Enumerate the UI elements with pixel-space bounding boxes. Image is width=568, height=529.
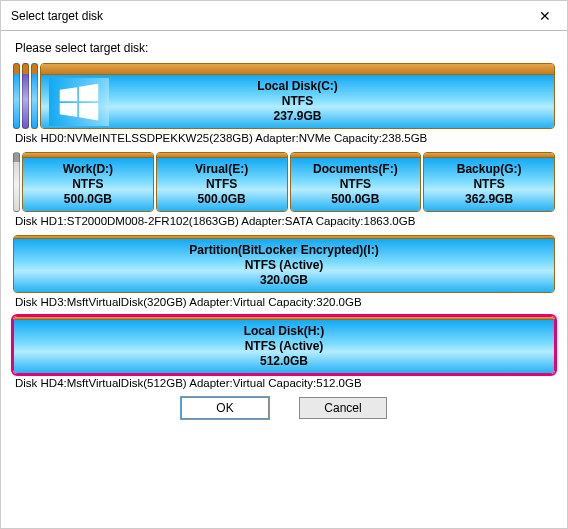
partition-label: Virual(E:)NTFS500.0GB (195, 162, 248, 207)
partition-size: 500.0GB (313, 192, 398, 207)
partition-label: Work(D:)NTFS500.0GB (63, 162, 113, 207)
partition-size: 320.0GB (189, 273, 378, 288)
partition-size: 512.0GB (244, 354, 325, 369)
dialog-content: Please select target disk: Local Disk(C:… (1, 31, 567, 427)
reserved-strips (13, 63, 38, 129)
partition-name: Virual(E:) (195, 162, 248, 177)
partition-name: Local Disk(C:) (257, 79, 338, 94)
cancel-button[interactable]: Cancel (299, 397, 387, 419)
prompt-text: Please select target disk: (15, 41, 555, 55)
partition-tile[interactable]: Partition(BitLocker Encrypted)(I:)NTFS (… (13, 235, 555, 293)
reserved-strips (13, 152, 20, 212)
disk-group: Partition(BitLocker Encrypted)(I:)NTFS (… (13, 235, 555, 308)
partition-fs: NTFS (195, 177, 248, 192)
svg-marker-3 (79, 102, 98, 120)
partition-fs: NTFS (Active) (244, 339, 325, 354)
partition-tile[interactable]: Work(D:)NTFS500.0GB (22, 152, 154, 212)
partition-row: Partition(BitLocker Encrypted)(I:)NTFS (… (13, 235, 555, 293)
disk-group: Local Disk(H:)NTFS (Active)512.0GBDisk H… (13, 316, 555, 389)
disk-caption: Disk HD4:MsftVirtualDisk(512GB) Adapter:… (15, 377, 555, 389)
disk-group: Work(D:)NTFS500.0GBVirual(E:)NTFS500.0GB… (13, 152, 555, 227)
partition-body: Virual(E:)NTFS500.0GB (157, 158, 287, 211)
partition-fs: NTFS (Active) (189, 258, 378, 273)
windows-logo-icon (49, 78, 109, 126)
svg-marker-1 (79, 83, 98, 101)
partition-body: Partition(BitLocker Encrypted)(I:)NTFS (… (14, 239, 554, 292)
partition-fs: NTFS (457, 177, 522, 192)
partition-label: Local Disk(H:)NTFS (Active)512.0GB (244, 324, 325, 369)
svg-marker-2 (60, 102, 78, 116)
partition-name: Work(D:) (63, 162, 113, 177)
partition-label: Documents(F:)NTFS500.0GB (313, 162, 398, 207)
partition-label: Partition(BitLocker Encrypted)(I:)NTFS (… (189, 243, 378, 288)
partition-label: Backup(G:)NTFS362.9GB (457, 162, 522, 207)
partition-size: 237.9GB (257, 109, 338, 124)
disk-group: Local Disk(C:)NTFS237.9GBDisk HD0:NVMeIN… (13, 63, 555, 144)
partition-tile[interactable]: Documents(F:)NTFS500.0GB (290, 152, 422, 212)
disk-caption: Disk HD0:NVMeINTELSSDPEKKW25(238GB) Adap… (15, 132, 555, 144)
partition-body: Local Disk(C:)NTFS237.9GB (41, 75, 554, 128)
reserved-partition-strip[interactable] (31, 63, 38, 129)
disk-caption: Disk HD3:MsftVirtualDisk(320GB) Adapter:… (15, 296, 555, 308)
partition-body: Work(D:)NTFS500.0GB (23, 158, 153, 211)
close-icon[interactable]: ✕ (531, 6, 559, 26)
partition-fs: NTFS (63, 177, 113, 192)
partition-name: Documents(F:) (313, 162, 398, 177)
button-row: OK Cancel (13, 397, 555, 419)
partition-fs: NTFS (313, 177, 398, 192)
ok-button[interactable]: OK (181, 397, 269, 419)
partition-label: Local Disk(C:)NTFS237.9GB (257, 79, 338, 124)
disk-caption: Disk HD1:ST2000DM008-2FR102(1863GB) Adap… (15, 215, 555, 227)
reserved-partition-strip[interactable] (13, 63, 20, 129)
partition-body: Local Disk(H:)NTFS (Active)512.0GB (14, 320, 554, 373)
partition-size: 362.9GB (457, 192, 522, 207)
partition-body: Backup(G:)NTFS362.9GB (424, 158, 554, 211)
window-title: Select target disk (11, 9, 103, 23)
partition-name: Local Disk(H:) (244, 324, 325, 339)
partition-row: Work(D:)NTFS500.0GBVirual(E:)NTFS500.0GB… (13, 152, 555, 212)
titlebar: Select target disk ✕ (1, 1, 567, 31)
svg-marker-0 (60, 87, 78, 101)
partition-tile[interactable]: Local Disk(H:)NTFS (Active)512.0GB (13, 316, 555, 374)
partition-name: Backup(G:) (457, 162, 522, 177)
partition-fs: NTFS (257, 94, 338, 109)
partition-tile[interactable]: Backup(G:)NTFS362.9GB (423, 152, 555, 212)
disk-list: Local Disk(C:)NTFS237.9GBDisk HD0:NVMeIN… (13, 63, 555, 389)
partition-row: Local Disk(C:)NTFS237.9GB (13, 63, 555, 129)
partition-body: Documents(F:)NTFS500.0GB (291, 158, 421, 211)
partition-row: Local Disk(H:)NTFS (Active)512.0GB (13, 316, 555, 374)
partition-tile[interactable]: Local Disk(C:)NTFS237.9GB (40, 63, 555, 129)
partition-size: 500.0GB (63, 192, 113, 207)
partition-tile[interactable]: Virual(E:)NTFS500.0GB (156, 152, 288, 212)
partition-header-bar (41, 64, 554, 75)
partition-name: Partition(BitLocker Encrypted)(I:) (189, 243, 378, 258)
reserved-partition-strip[interactable] (22, 63, 29, 129)
reserved-partition-strip[interactable] (13, 152, 20, 212)
partition-size: 500.0GB (195, 192, 248, 207)
